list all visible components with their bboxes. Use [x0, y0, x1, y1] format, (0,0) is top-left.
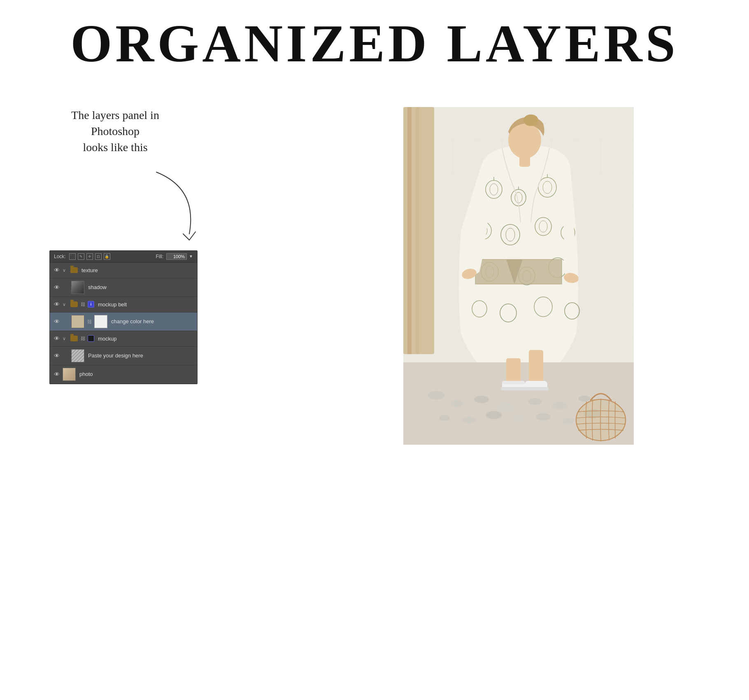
svg-point-34 — [536, 413, 551, 420]
layer-shadow[interactable]: 👁 shadow — [50, 278, 197, 297]
ps-layers-panel: Lock: ⬛ ✎ ✛ ⊡ 🔒 Fill: 100% ▼ 👁 — [49, 250, 198, 384]
expand-icon-mockup-belt[interactable]: ∨ — [63, 302, 68, 307]
thumb-paste-design — [71, 349, 84, 362]
chain-icon-mockup: ⛓ — [80, 336, 86, 341]
svg-point-31 — [463, 417, 476, 423]
ps-toolbar: Lock: ⬛ ✎ ✛ ⊡ 🔒 Fill: 100% ▼ — [50, 251, 197, 263]
layer-name-texture: texture — [81, 267, 194, 273]
svg-point-28 — [579, 396, 590, 401]
fill-value[interactable]: 100% — [166, 253, 187, 260]
svg-point-33 — [512, 416, 525, 422]
thumb-photo — [63, 368, 76, 381]
svg-point-25 — [497, 403, 515, 412]
fill-dropdown-icon[interactable]: ▼ — [189, 254, 193, 259]
page-title: ORGANIZED LAYERS — [0, 16, 749, 70]
folder-icon-mockup — [70, 336, 78, 341]
svg-point-27 — [552, 401, 568, 410]
layer-name-mockup: mockup — [98, 336, 194, 342]
layer-name-mockup-belt: mockup belt — [98, 301, 194, 308]
fill-label: Fill: — [156, 254, 163, 259]
lock-move-icon[interactable]: ✛ — [86, 253, 93, 260]
arrow-container — [49, 164, 222, 246]
eye-icon: 👁 — [54, 284, 60, 291]
lock-icons: ⬛ ✎ ✛ ⊡ 🔒 — [69, 253, 110, 260]
eye-icon: 👁 — [54, 352, 60, 359]
thumb-shadow — [71, 281, 84, 294]
lock-label: Lock: — [54, 254, 66, 259]
svg-rect-75 — [502, 381, 525, 384]
svg-rect-76 — [501, 387, 526, 390]
svg-point-26 — [528, 398, 542, 405]
visibility-toggle-photo[interactable]: 👁 — [53, 371, 60, 378]
visibility-toggle-texture[interactable]: 👁 — [53, 266, 60, 274]
svg-rect-68 — [519, 154, 530, 167]
lock-pixels-icon[interactable]: ⬛ — [69, 253, 76, 260]
svg-point-35 — [562, 418, 574, 424]
layer-name-shadow: shadow — [88, 284, 194, 290]
smart-icon-mockup — [88, 335, 94, 342]
main-content: The layers panel in Photoshop looks like… — [0, 82, 749, 478]
thumb-change-color-main — [71, 315, 84, 328]
expand-icon-mockup[interactable]: ∨ — [63, 336, 68, 341]
visibility-toggle-change-color[interactable]: 👁 — [53, 318, 60, 325]
visibility-toggle-shadow[interactable]: 👁 — [53, 284, 60, 291]
right-panel — [288, 107, 716, 445]
product-photo — [403, 107, 634, 445]
layer-mockup-belt[interactable]: 👁 ∨ ⛓ i mockup belt — [50, 297, 197, 313]
svg-point-30 — [439, 415, 450, 421]
layer-name-paste-design: Paste your design here — [88, 352, 194, 359]
chain-icon-mockup-belt: ⛓ — [80, 301, 86, 307]
layer-mockup[interactable]: 👁 ∨ ⛓ mockup — [50, 331, 197, 347]
folder-icon-texture — [70, 267, 78, 273]
eye-icon: 👁 — [54, 301, 60, 308]
svg-point-24 — [474, 396, 489, 403]
chain-icon-change-color: ⛓ — [86, 319, 92, 324]
layer-photo[interactable]: 👁 photo — [50, 365, 197, 384]
layer-name-photo: photo — [79, 371, 194, 377]
page-header: ORGANIZED LAYERS — [0, 0, 749, 82]
svg-point-22 — [428, 391, 444, 399]
smart-icon-mockup-belt: i — [88, 301, 94, 308]
fill-area: Fill: 100% ▼ — [156, 253, 193, 260]
eye-icon: 👁 — [54, 335, 60, 342]
lock-artboard-icon[interactable]: ⊡ — [95, 253, 102, 260]
eye-icon: 👁 — [54, 267, 60, 273]
visibility-toggle-mockup[interactable]: 👁 — [53, 335, 60, 342]
layer-texture[interactable]: 👁 ∨ texture — [50, 263, 197, 278]
expand-icon-texture[interactable]: ∨ — [63, 268, 68, 273]
layer-paste-design[interactable]: 👁 Paste your design here — [50, 347, 197, 365]
layer-change-color[interactable]: 👁 ⛓ change color here — [50, 313, 197, 331]
svg-rect-77 — [523, 387, 549, 390]
folder-icon-mockup-belt — [70, 301, 78, 307]
annotation-text: The layers panel in Photoshop looks like… — [49, 107, 181, 156]
eye-icon: 👁 — [54, 371, 60, 378]
annotation-arrow — [132, 164, 222, 246]
svg-point-23 — [451, 400, 463, 407]
svg-rect-71 — [506, 358, 521, 383]
visibility-toggle-mockup-belt[interactable]: 👁 — [53, 301, 60, 308]
visibility-toggle-paste-design[interactable]: 👁 — [53, 352, 60, 359]
lock-paint-icon[interactable]: ✎ — [78, 253, 84, 260]
product-photo-svg — [403, 107, 634, 445]
svg-point-32 — [486, 411, 502, 419]
eye-icon: 👁 — [54, 318, 60, 325]
thumb-change-color-mask — [94, 315, 107, 328]
left-panel: The layers panel in Photoshop looks like… — [33, 107, 288, 384]
svg-point-67 — [523, 114, 538, 126]
layer-name-change-color: change color here — [111, 318, 194, 324]
svg-rect-20 — [416, 107, 419, 354]
lock-all-icon[interactable]: 🔒 — [104, 253, 110, 260]
svg-rect-19 — [407, 107, 412, 354]
svg-rect-72 — [529, 350, 543, 383]
